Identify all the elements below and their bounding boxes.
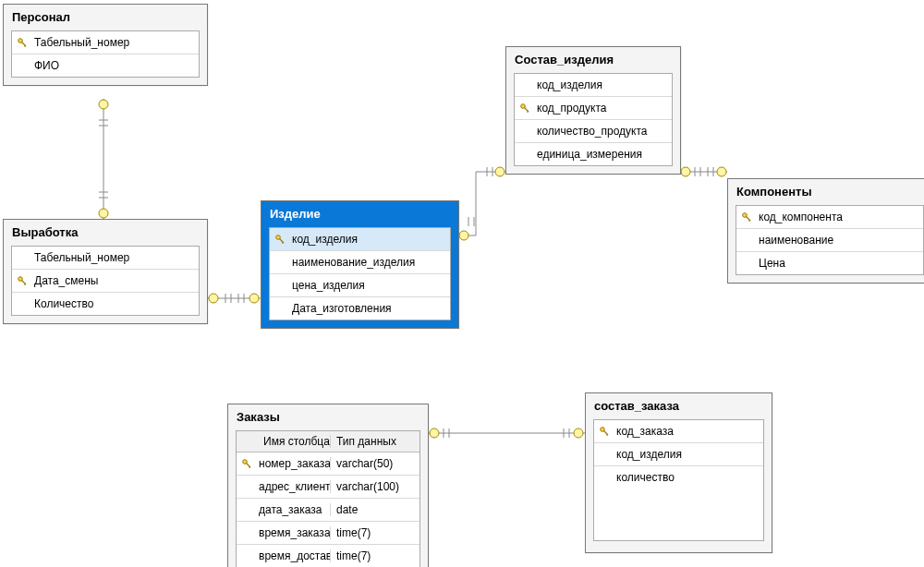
field-name: Цена xyxy=(757,257,923,270)
field-name: Дата_смены xyxy=(32,274,199,287)
field-grid: Имя столбца Тип данных номер_заказаvarch… xyxy=(236,430,420,567)
field-list: Табельный_номер Дата_смены Количество xyxy=(11,246,200,316)
svg-line-38 xyxy=(22,281,27,285)
field-type: varchar(50) xyxy=(330,457,419,470)
field-row[interactable]: время_заказаtime(7) xyxy=(237,522,419,545)
table-title: Заказы xyxy=(228,404,428,430)
table-izdelie[interactable]: Изделие код_изделия наименование_изделия… xyxy=(261,200,459,329)
field-name: наименование xyxy=(757,234,923,247)
field-row[interactable]: Табельный_номер xyxy=(12,31,199,54)
field-name: Количество xyxy=(32,297,199,310)
key-icon xyxy=(242,459,251,468)
table-title: Персонал xyxy=(4,5,207,30)
field-row[interactable]: код_изделия xyxy=(594,443,763,466)
key-icon xyxy=(18,276,27,285)
field-row[interactable]: ФИО xyxy=(12,54,199,77)
svg-point-23 xyxy=(681,167,690,176)
field-row[interactable]: код_изделия xyxy=(515,74,672,97)
svg-point-26 xyxy=(717,167,726,176)
field-row[interactable]: код_компонента xyxy=(736,206,923,229)
field-type: date xyxy=(330,503,419,516)
table-title: Изделие xyxy=(261,201,458,227)
key-icon xyxy=(742,212,751,222)
field-list: код_компонента наименование Цена xyxy=(736,205,924,275)
field-row[interactable]: количество xyxy=(594,466,763,489)
table-personal[interactable]: Персонал Табельный_номер ФИО xyxy=(3,4,208,86)
field-name: код_заказа xyxy=(614,425,763,438)
svg-point-33 xyxy=(574,428,583,438)
table-sostav-zakaza[interactable]: состав_заказа код_заказа код_изделия кол… xyxy=(585,392,772,553)
field-name: Табельный_номер xyxy=(32,36,199,49)
table-title: состав_заказа xyxy=(586,393,772,419)
field-name: время_заказа xyxy=(257,526,330,539)
svg-line-47 xyxy=(747,217,751,222)
field-name: ФИО xyxy=(32,59,199,72)
field-name: код_изделия xyxy=(535,78,672,91)
table-vyrabotka[interactable]: Выработка Табельный_номер Дата_смены Кол… xyxy=(3,219,208,324)
field-name: номер_заказа xyxy=(257,457,330,470)
field-type: varchar(100) xyxy=(330,480,419,493)
table-komponenty[interactable]: Компоненты код_компонента наименование Ц… xyxy=(727,178,924,284)
field-name: код_компонента xyxy=(757,211,923,223)
table-sostav-izdeliya[interactable]: Состав_изделия код_изделия код_продукта … xyxy=(505,46,681,175)
svg-line-41 xyxy=(280,239,285,244)
field-list: код_изделия код_продукта количество_прод… xyxy=(514,73,673,166)
table-title: Компоненты xyxy=(728,179,924,205)
field-row[interactable]: дата_заказаdate xyxy=(237,499,419,522)
field-row[interactable]: код_заказа xyxy=(594,420,763,443)
field-name: наименование_изделия xyxy=(290,256,450,269)
field-row[interactable]: код_изделия xyxy=(270,228,450,251)
field-name: Дата_изготовления xyxy=(290,302,450,315)
field-list: Табельный_номер ФИО xyxy=(11,30,200,78)
field-name: код_изделия xyxy=(614,448,763,461)
grid-header: Имя столбца Тип данных xyxy=(237,431,419,452)
svg-line-50 xyxy=(247,464,251,468)
svg-point-19 xyxy=(495,167,505,176)
field-list: код_заказа код_изделия количество xyxy=(593,419,764,541)
svg-point-6 xyxy=(99,209,108,218)
field-name: Табельный_номер xyxy=(32,251,199,264)
grid-header-type: Тип данных xyxy=(331,435,419,448)
table-title: Выработка xyxy=(4,220,207,246)
field-name: количество xyxy=(614,471,763,484)
svg-line-44 xyxy=(525,108,529,113)
key-icon xyxy=(600,427,609,436)
key-icon xyxy=(275,235,285,244)
field-name: цена_изделия xyxy=(290,279,450,292)
svg-point-13 xyxy=(249,294,259,303)
key-icon xyxy=(520,103,529,113)
field-row[interactable]: Цена xyxy=(736,252,923,274)
field-row[interactable]: наименование_изделия xyxy=(270,251,450,274)
field-name: код_продукта xyxy=(535,102,672,115)
field-name: единица_измерения xyxy=(535,148,672,161)
field-name: адрес_клиента xyxy=(257,480,330,493)
field-row[interactable]: Дата_изготовления xyxy=(270,297,450,320)
svg-line-53 xyxy=(604,431,609,436)
svg-point-3 xyxy=(99,100,108,109)
field-row[interactable]: время_доставкиtime(7) xyxy=(237,545,419,567)
grid-header-name: Имя столбца xyxy=(258,435,331,448)
field-row[interactable]: код_продукта xyxy=(515,97,672,120)
svg-line-35 xyxy=(22,42,27,47)
svg-point-10 xyxy=(209,294,218,303)
svg-point-30 xyxy=(430,428,439,438)
table-title: Состав_изделия xyxy=(506,47,680,73)
key-icon xyxy=(18,38,27,47)
field-row[interactable]: цена_изделия xyxy=(270,274,450,297)
svg-point-16 xyxy=(459,231,468,240)
field-name: количество_продукта xyxy=(535,125,672,138)
field-type: time(7) xyxy=(330,549,419,562)
field-type: time(7) xyxy=(330,526,419,539)
field-list: код_изделия наименование_изделия цена_из… xyxy=(269,227,451,320)
field-row[interactable]: единица_измерения xyxy=(515,143,672,165)
field-row[interactable]: количество_продукта xyxy=(515,120,672,143)
field-row[interactable]: Табельный_номер xyxy=(12,247,199,270)
table-zakazy[interactable]: Заказы Имя столбца Тип данных номер_зака… xyxy=(227,404,429,567)
field-name: дата_заказа xyxy=(257,503,330,516)
field-row[interactable]: номер_заказаvarchar(50) xyxy=(237,452,419,476)
field-row[interactable]: Количество xyxy=(12,293,199,315)
field-row[interactable]: наименование xyxy=(736,229,923,252)
field-row[interactable]: адрес_клиентаvarchar(100) xyxy=(237,476,419,499)
field-row[interactable]: Дата_смены xyxy=(12,270,199,293)
field-name: код_изделия xyxy=(290,233,450,246)
